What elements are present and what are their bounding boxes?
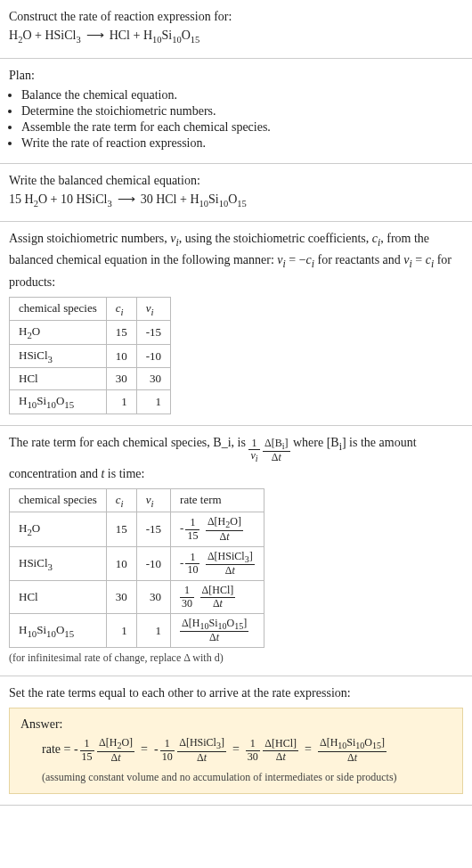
question-title: Construct the rate of reaction expressio… (9, 7, 463, 26)
cell-species: H10Si10O15 (10, 613, 107, 648)
col-v: νi (136, 488, 170, 512)
cell-c: 15 (106, 512, 136, 547)
table-row: H2O15-15 (10, 321, 171, 345)
cell-species: HCl (10, 368, 107, 390)
rate-term-formula: 1νi Δ[Bi]Δt (248, 438, 289, 464)
col-v: νi (136, 297, 170, 321)
table-row: HSiCl310-10 (10, 344, 171, 368)
answer-label: Answer: (20, 717, 452, 732)
table-row: HCl 30 30 130 Δ[HCl]Δt (10, 581, 264, 613)
cell-c: 30 (106, 368, 136, 390)
col-species: chemical species (10, 297, 107, 321)
cell-v: -10 (136, 344, 170, 368)
rate-footnote: (for infinitesimal rate of change, repla… (9, 651, 463, 665)
cell-c: 10 (106, 546, 136, 581)
cell-species: HSiCl3 (10, 344, 107, 368)
cell-v: 1 (136, 613, 170, 648)
table-row: HCl3030 (10, 368, 171, 390)
col-species: chemical species (10, 488, 107, 512)
section-stoich: Assign stoichiometric numbers, νi, using… (0, 222, 472, 426)
cell-species: H10Si10O15 (10, 390, 107, 414)
plan-item: Balance the chemical equation. (21, 88, 463, 102)
section-answer: Set the rate terms equal to each other t… (0, 676, 472, 806)
answer-box: Answer: rate = -115 Δ[H2O]Δt = -110 Δ[HS… (9, 708, 463, 794)
col-c: ci (106, 297, 136, 321)
cell-v: 30 (136, 368, 170, 390)
cell-species: H2O (10, 512, 107, 547)
col-c: ci (106, 488, 136, 512)
cell-rate: 130 Δ[HCl]Δt (171, 581, 264, 613)
plan-item: Assemble the rate term for each chemical… (21, 120, 463, 135)
balanced-heading: Write the balanced chemical equation: (9, 171, 463, 190)
cell-species: HCl (10, 581, 107, 613)
cell-rate: -115 Δ[H2O]Δt (171, 512, 264, 547)
cell-c: 1 (106, 613, 136, 648)
cell-c: 30 (106, 581, 136, 613)
set-equal-text: Set the rate terms equal to each other t… (9, 684, 463, 702)
cell-v: -15 (136, 512, 170, 547)
plan-list: Balance the chemical equation. Determine… (9, 88, 463, 151)
answer-footnote: (assuming constant volume and no accumul… (20, 771, 452, 784)
stoich-table: chemical species ci νi H2O15-15 HSiCl310… (9, 297, 171, 414)
cell-species: HSiCl3 (10, 546, 107, 581)
cell-v: -10 (136, 546, 170, 581)
section-question: Construct the rate of reaction expressio… (0, 0, 472, 59)
plan-item: Determine the stoichiometric numbers. (21, 104, 463, 119)
cell-rate: Δ[H10Si10O15]Δt (171, 613, 264, 648)
answer-equation: rate = -115 Δ[H2O]Δt = -110 Δ[HSiCl3]Δt … (20, 737, 452, 764)
table-row: H10Si10O15 1 1 Δ[H10Si10O15]Δt (10, 613, 264, 648)
rate-term-text: The rate term for each chemical species,… (9, 433, 463, 483)
cell-c: 1 (106, 390, 136, 414)
reaction-unbalanced: H2O + HSiCl3⟶HCl + H10Si10O15 (9, 26, 463, 47)
cell-c: 10 (106, 344, 136, 368)
cell-species: H2O (10, 321, 107, 345)
cell-c: 15 (106, 321, 136, 345)
table-row: H10Si10O1511 (10, 390, 171, 414)
balanced-equation: 15 H2O + 10 HSiCl3⟶30 HCl + H10Si10O15 (9, 190, 463, 211)
cell-v: 30 (136, 581, 170, 613)
col-rate: rate term (171, 488, 264, 512)
cell-v: 1 (136, 390, 170, 414)
plan-item: Write the rate of reaction expression. (21, 136, 463, 151)
rate-table: chemical species ci νi rate term H2O 15 … (9, 488, 264, 649)
table-row: H2O 15 -15 -115 Δ[H2O]Δt (10, 512, 264, 547)
cell-rate: -110 Δ[HSiCl3]Δt (171, 546, 264, 581)
table-row: HSiCl3 10 -10 -110 Δ[HSiCl3]Δt (10, 546, 264, 581)
table-header-row: chemical species ci νi (10, 297, 171, 321)
stoich-text: Assign stoichiometric numbers, νi, using… (9, 229, 463, 291)
plan-heading: Plan: (9, 66, 463, 85)
section-plan: Plan: Balance the chemical equation. Det… (0, 59, 472, 164)
section-balanced: Write the balanced chemical equation: 15… (0, 164, 472, 223)
cell-v: -15 (136, 321, 170, 345)
table-header-row: chemical species ci νi rate term (10, 488, 264, 512)
section-rate-terms: The rate term for each chemical species,… (0, 426, 472, 676)
